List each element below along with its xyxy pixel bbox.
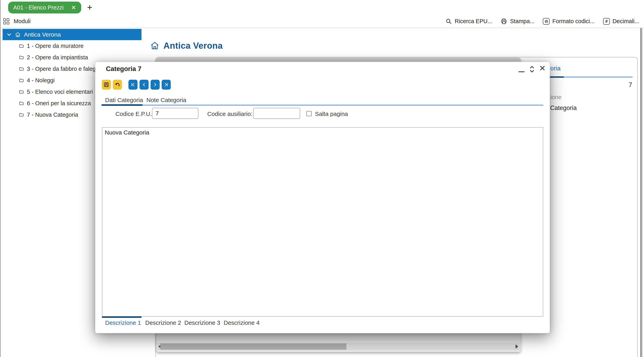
menubar-right-group: Ricerca EPU... Stampa... {/} Formato cod… [446, 15, 639, 28]
menu-item-formato-codici[interactable]: {/} Formato codici... [543, 18, 594, 25]
last-record-button[interactable] [162, 80, 171, 90]
horizontal-scrollbar[interactable] [157, 343, 520, 350]
tree-item-label: 6 - Oneri per la sicurezza [27, 100, 91, 107]
menu-item-label: Stampa... [510, 18, 534, 25]
tree-item-label: 5 - Elenco voci elementari [27, 89, 93, 95]
printer-icon [500, 18, 507, 25]
tab-note-categoria[interactable]: Note Categoria [146, 97, 186, 103]
save-floppy-icon [103, 82, 109, 88]
folder-icon [19, 78, 24, 83]
tab-descrizione-2[interactable]: Descrizione 2 [145, 319, 181, 326]
search-icon [446, 18, 452, 25]
new-tab-button[interactable]: + [85, 3, 94, 12]
folder-icon [19, 66, 24, 72]
app-window: A01 - Elenco Prezzi ✕ + Moduli Ricerca E… [0, 0, 644, 357]
home-icon [15, 32, 21, 38]
decimals-hash-icon: # [603, 18, 610, 25]
tree-root-antica-verona[interactable]: Antica Verona [2, 29, 142, 40]
menu-item-label: Ricerca EPU... [455, 18, 492, 25]
tree-root-label: Antica Verona [24, 31, 61, 38]
codice-epu-label: Codice E.P.U.: [116, 111, 154, 117]
tab-descrizione-1[interactable]: Descrizione 1 [105, 319, 141, 326]
active-tab-underline [102, 104, 142, 106]
resize-icon [529, 66, 535, 73]
document-tab-label: A01 - Elenco Prezzi [13, 4, 64, 11]
undo-button[interactable] [113, 80, 122, 90]
tab-descrizione-4[interactable]: Descrizione 4 [224, 319, 260, 326]
menu-item-label: Decimali... [612, 18, 639, 25]
tree-item-label: 2 - Opere da impiantista [27, 54, 88, 61]
undo-arrow-icon [114, 82, 120, 88]
tree-item-label: 1 - Opere da muratore [27, 43, 84, 49]
document-tab-active[interactable]: A01 - Elenco Prezzi ✕ [8, 2, 81, 14]
scroll-right-arrow-icon[interactable] [516, 344, 518, 349]
home-icon [150, 41, 160, 51]
menu-item-moduli[interactable]: Moduli [3, 15, 30, 28]
bg-tab-underline-track [564, 77, 632, 78]
tree-item-label: 4 - Noleggi [27, 77, 54, 84]
code-format-icon: {/} [543, 18, 550, 25]
resize-button[interactable] [529, 66, 535, 73]
tab-descrizione-3[interactable]: Descrizione 3 [184, 319, 220, 326]
menu-item-stampa[interactable]: Stampa... [500, 18, 534, 25]
salta-pagina-checkbox[interactable] [306, 111, 312, 116]
codice-epu-field[interactable] [152, 108, 198, 119]
chevron-down-icon [6, 32, 12, 37]
active-bottom-tab-underline [102, 316, 142, 318]
tree-item-1[interactable]: 1 - Opere da muratore [0, 40, 142, 52]
bg-descrizione-label-fragment: ione [550, 94, 562, 101]
page-title-text: Antica Verona [164, 41, 223, 51]
first-record-button[interactable] [128, 80, 138, 90]
document-tabbar: A01 - Elenco Prezzi ✕ + [0, 0, 644, 15]
tab-dati-categoria[interactable]: Dati Categoria [105, 97, 143, 103]
tree-item-label: 7 - Nuova Categoria [27, 112, 78, 118]
modules-grid-icon [3, 19, 9, 24]
bg-tab-categoria-fragment[interactable]: oria [550, 65, 560, 72]
menu-item-decimali[interactable]: # Decimali... [603, 18, 639, 25]
window-scrollbar-strip[interactable] [640, 28, 643, 357]
minimize-button[interactable] [518, 71, 524, 72]
folder-icon [19, 43, 24, 49]
save-button[interactable] [102, 80, 111, 90]
scrollbar-thumb[interactable] [160, 343, 346, 350]
description-textarea[interactable]: Nuova Categoria [102, 127, 543, 317]
dialog-title: Categoria 7 [106, 65, 142, 73]
tree-item-2[interactable]: 2 - Opere da impiantista [0, 52, 142, 63]
page-title: Antica Verona [150, 41, 223, 51]
last-record-icon [164, 82, 168, 87]
folder-icon [19, 101, 24, 106]
moduli-label: Moduli [14, 18, 30, 25]
bg-code-value: 7 [620, 81, 632, 89]
folder-icon [19, 89, 24, 95]
next-record-icon [153, 82, 158, 87]
next-record-button[interactable] [150, 80, 160, 90]
close-icon[interactable]: ✕ [539, 64, 546, 72]
codice-ausiliario-field[interactable] [253, 108, 300, 119]
menu-item-ricerca-epu[interactable]: Ricerca EPU... [446, 18, 492, 25]
menu-item-label: Formato codici... [552, 18, 594, 25]
tab-underline-track [142, 105, 543, 106]
bg-category-text-fragment: Categoria [550, 104, 576, 112]
close-tab-icon[interactable]: ✕ [71, 4, 76, 11]
codice-ausiliario-label: Codice ausiliario: [207, 111, 252, 117]
folder-icon [19, 112, 24, 118]
categoria-dialog: Categoria 7 ✕ Dati Categoria Note Catego… [95, 62, 550, 333]
previous-record-icon [142, 82, 146, 87]
menubar: Moduli Ricerca EPU... Stampa... {/} Form… [0, 15, 644, 28]
previous-record-button[interactable] [140, 80, 148, 90]
salta-pagina-label: Salta pagina [315, 111, 348, 117]
first-record-icon [130, 82, 135, 87]
folder-icon [19, 55, 24, 60]
